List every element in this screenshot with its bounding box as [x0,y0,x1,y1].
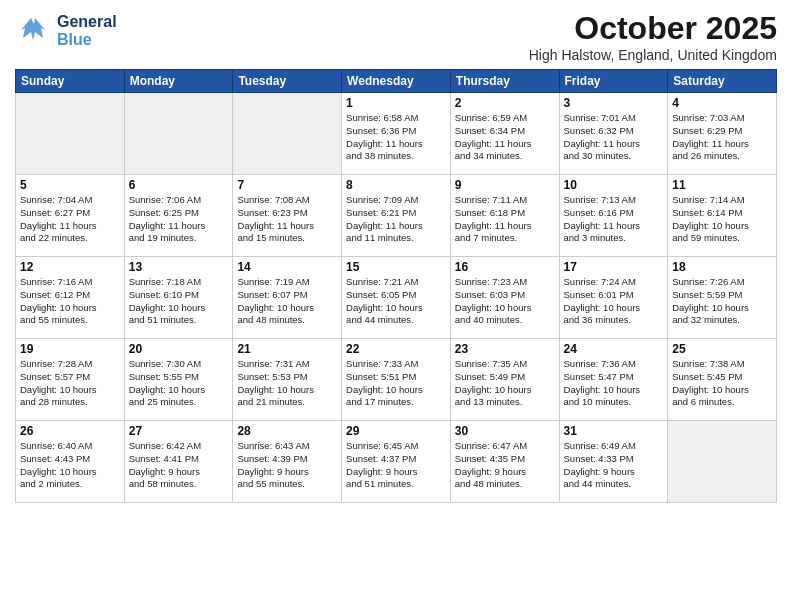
day-info: Sunrise: 7:24 AM Sunset: 6:01 PM Dayligh… [564,276,664,327]
calendar-cell: 1Sunrise: 6:58 AM Sunset: 6:36 PM Daylig… [342,93,451,175]
day-number: 14 [237,260,337,274]
header-sunday: Sunday [16,70,125,93]
day-number: 22 [346,342,446,356]
day-number: 2 [455,96,555,110]
calendar-cell: 2Sunrise: 6:59 AM Sunset: 6:34 PM Daylig… [450,93,559,175]
day-info: Sunrise: 7:11 AM Sunset: 6:18 PM Dayligh… [455,194,555,245]
day-number: 8 [346,178,446,192]
calendar-cell: 8Sunrise: 7:09 AM Sunset: 6:21 PM Daylig… [342,175,451,257]
calendar-cell: 6Sunrise: 7:06 AM Sunset: 6:25 PM Daylig… [124,175,233,257]
day-number: 11 [672,178,772,192]
day-number: 30 [455,424,555,438]
title-block: October 2025 High Halstow, England, Unit… [529,10,777,63]
header-thursday: Thursday [450,70,559,93]
day-number: 6 [129,178,229,192]
day-number: 21 [237,342,337,356]
day-info: Sunrise: 7:31 AM Sunset: 5:53 PM Dayligh… [237,358,337,409]
day-number: 7 [237,178,337,192]
page: General Blue October 2025 High Halstow, … [0,0,792,612]
calendar-cell: 16Sunrise: 7:23 AM Sunset: 6:03 PM Dayli… [450,257,559,339]
calendar-week-3: 12Sunrise: 7:16 AM Sunset: 6:12 PM Dayli… [16,257,777,339]
day-info: Sunrise: 6:49 AM Sunset: 4:33 PM Dayligh… [564,440,664,491]
day-info: Sunrise: 7:03 AM Sunset: 6:29 PM Dayligh… [672,112,772,163]
calendar-cell: 17Sunrise: 7:24 AM Sunset: 6:01 PM Dayli… [559,257,668,339]
header-wednesday: Wednesday [342,70,451,93]
day-info: Sunrise: 7:04 AM Sunset: 6:27 PM Dayligh… [20,194,120,245]
calendar-cell [16,93,125,175]
calendar-cell: 9Sunrise: 7:11 AM Sunset: 6:18 PM Daylig… [450,175,559,257]
day-number: 4 [672,96,772,110]
calendar-cell: 22Sunrise: 7:33 AM Sunset: 5:51 PM Dayli… [342,339,451,421]
day-number: 16 [455,260,555,274]
header: General Blue October 2025 High Halstow, … [15,10,777,63]
calendar-cell: 15Sunrise: 7:21 AM Sunset: 6:05 PM Dayli… [342,257,451,339]
logo-text: General Blue [57,13,117,48]
day-info: Sunrise: 7:28 AM Sunset: 5:57 PM Dayligh… [20,358,120,409]
logo-icon [15,10,53,52]
day-number: 1 [346,96,446,110]
day-info: Sunrise: 7:08 AM Sunset: 6:23 PM Dayligh… [237,194,337,245]
day-number: 24 [564,342,664,356]
calendar-cell: 28Sunrise: 6:43 AM Sunset: 4:39 PM Dayli… [233,421,342,503]
calendar-cell [668,421,777,503]
day-number: 27 [129,424,229,438]
logo-general: General [57,13,117,31]
calendar-cell: 27Sunrise: 6:42 AM Sunset: 4:41 PM Dayli… [124,421,233,503]
day-info: Sunrise: 7:13 AM Sunset: 6:16 PM Dayligh… [564,194,664,245]
calendar-cell: 24Sunrise: 7:36 AM Sunset: 5:47 PM Dayli… [559,339,668,421]
day-info: Sunrise: 7:33 AM Sunset: 5:51 PM Dayligh… [346,358,446,409]
day-number: 12 [20,260,120,274]
day-number: 15 [346,260,446,274]
day-info: Sunrise: 7:21 AM Sunset: 6:05 PM Dayligh… [346,276,446,327]
location: High Halstow, England, United Kingdom [529,47,777,63]
calendar-cell: 29Sunrise: 6:45 AM Sunset: 4:37 PM Dayli… [342,421,451,503]
day-info: Sunrise: 7:09 AM Sunset: 6:21 PM Dayligh… [346,194,446,245]
calendar-cell [124,93,233,175]
day-number: 28 [237,424,337,438]
calendar-week-4: 19Sunrise: 7:28 AM Sunset: 5:57 PM Dayli… [16,339,777,421]
day-info: Sunrise: 7:14 AM Sunset: 6:14 PM Dayligh… [672,194,772,245]
calendar-cell: 25Sunrise: 7:38 AM Sunset: 5:45 PM Dayli… [668,339,777,421]
calendar-cell: 13Sunrise: 7:18 AM Sunset: 6:10 PM Dayli… [124,257,233,339]
day-info: Sunrise: 7:18 AM Sunset: 6:10 PM Dayligh… [129,276,229,327]
calendar-cell: 14Sunrise: 7:19 AM Sunset: 6:07 PM Dayli… [233,257,342,339]
day-number: 3 [564,96,664,110]
calendar-cell: 3Sunrise: 7:01 AM Sunset: 6:32 PM Daylig… [559,93,668,175]
calendar-cell: 21Sunrise: 7:31 AM Sunset: 5:53 PM Dayli… [233,339,342,421]
day-info: Sunrise: 7:30 AM Sunset: 5:55 PM Dayligh… [129,358,229,409]
day-number: 19 [20,342,120,356]
calendar-cell: 7Sunrise: 7:08 AM Sunset: 6:23 PM Daylig… [233,175,342,257]
calendar-week-5: 26Sunrise: 6:40 AM Sunset: 4:43 PM Dayli… [16,421,777,503]
day-number: 17 [564,260,664,274]
calendar-week-2: 5Sunrise: 7:04 AM Sunset: 6:27 PM Daylig… [16,175,777,257]
header-tuesday: Tuesday [233,70,342,93]
day-info: Sunrise: 7:38 AM Sunset: 5:45 PM Dayligh… [672,358,772,409]
day-info: Sunrise: 7:26 AM Sunset: 5:59 PM Dayligh… [672,276,772,327]
calendar-cell: 23Sunrise: 7:35 AM Sunset: 5:49 PM Dayli… [450,339,559,421]
calendar-cell: 19Sunrise: 7:28 AM Sunset: 5:57 PM Dayli… [16,339,125,421]
month-title: October 2025 [529,10,777,47]
day-number: 9 [455,178,555,192]
calendar-cell: 18Sunrise: 7:26 AM Sunset: 5:59 PM Dayli… [668,257,777,339]
day-number: 29 [346,424,446,438]
logo: General Blue [15,10,117,52]
calendar-cell: 30Sunrise: 6:47 AM Sunset: 4:35 PM Dayli… [450,421,559,503]
day-number: 5 [20,178,120,192]
calendar-cell: 31Sunrise: 6:49 AM Sunset: 4:33 PM Dayli… [559,421,668,503]
weekday-header-row: Sunday Monday Tuesday Wednesday Thursday… [16,70,777,93]
day-number: 31 [564,424,664,438]
day-info: Sunrise: 7:06 AM Sunset: 6:25 PM Dayligh… [129,194,229,245]
calendar-cell: 10Sunrise: 7:13 AM Sunset: 6:16 PM Dayli… [559,175,668,257]
day-number: 20 [129,342,229,356]
day-info: Sunrise: 6:58 AM Sunset: 6:36 PM Dayligh… [346,112,446,163]
day-info: Sunrise: 6:59 AM Sunset: 6:34 PM Dayligh… [455,112,555,163]
day-info: Sunrise: 6:43 AM Sunset: 4:39 PM Dayligh… [237,440,337,491]
logo-blue: Blue [57,31,117,49]
calendar: Sunday Monday Tuesday Wednesday Thursday… [15,69,777,503]
day-info: Sunrise: 7:36 AM Sunset: 5:47 PM Dayligh… [564,358,664,409]
calendar-cell: 26Sunrise: 6:40 AM Sunset: 4:43 PM Dayli… [16,421,125,503]
day-info: Sunrise: 7:01 AM Sunset: 6:32 PM Dayligh… [564,112,664,163]
calendar-cell: 12Sunrise: 7:16 AM Sunset: 6:12 PM Dayli… [16,257,125,339]
calendar-cell [233,93,342,175]
day-number: 18 [672,260,772,274]
